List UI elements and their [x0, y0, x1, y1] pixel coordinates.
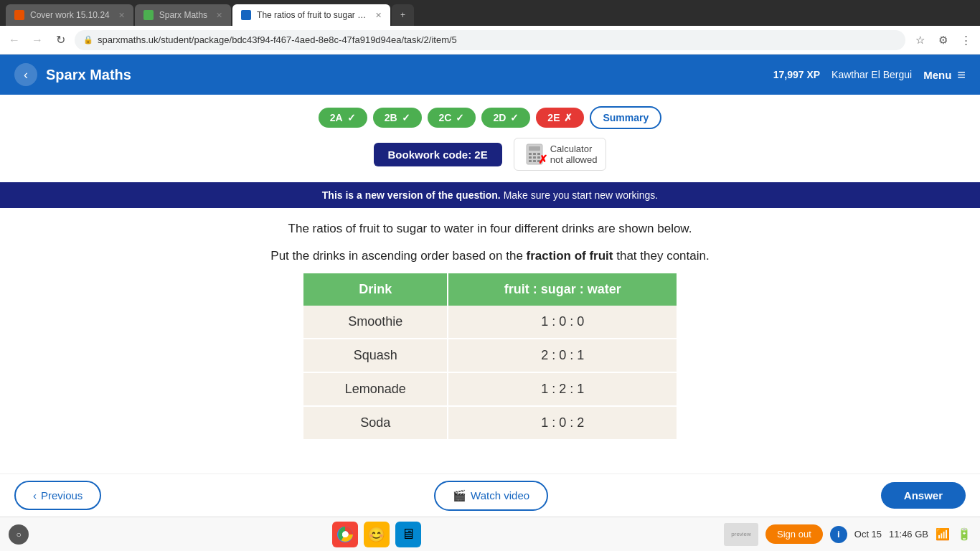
previous-label: Previous: [41, 489, 83, 501]
main-content: 2A ✓ 2B ✓ 2C ✓ 2D ✓ 2E ✗ Summary Bookwor…: [0, 95, 980, 491]
svg-rect-9: [533, 160, 536, 162]
taskbar-chrome-icon[interactable]: [332, 522, 358, 547]
more-options-icon[interactable]: ⋮: [957, 32, 974, 49]
table-row: Lemonade 1 : 2 : 1: [303, 372, 677, 406]
sign-out-button[interactable]: Sign out: [765, 524, 823, 544]
back-nav-button[interactable]: ←: [6, 32, 23, 49]
tab-2c-label: 2C: [439, 112, 452, 123]
banner-bold: This is a new version of the question.: [322, 189, 501, 201]
taskbar-time: 11:46 GB: [889, 529, 928, 540]
svg-rect-2: [529, 153, 532, 155]
taskbar-thumbnail: preview: [724, 523, 758, 546]
calculator-text: Calculator not allowed: [550, 143, 598, 165]
task-tabs: 2A ✓ 2B ✓ 2C ✓ 2D ✓ 2E ✗ Summary: [0, 95, 980, 138]
table-cell-drink-3: Soda: [303, 406, 448, 439]
question-area: The ratios of fruit to sugar to water in…: [0, 220, 980, 439]
forward-nav-button[interactable]: →: [29, 32, 46, 49]
bookmark-icon[interactable]: ☆: [911, 32, 928, 49]
tab-2d[interactable]: 2D ✓: [481, 108, 530, 128]
tab-2d-label: 2D: [493, 112, 506, 123]
browser-tab-bar: Cover work 15.10.24 ✕ Sparx Maths ✕ The …: [0, 0, 980, 26]
question-line1: The ratios of fruit to sugar to water in…: [14, 220, 966, 238]
tab-2b-check-icon: ✓: [402, 112, 410, 123]
svg-point-13: [342, 532, 348, 537]
tab-2b[interactable]: 2B ✓: [373, 108, 422, 128]
svg-rect-1: [529, 146, 540, 151]
browser-tab-3[interactable]: The ratios of fruit to sugar to w... ✕: [232, 4, 390, 26]
new-tab-button[interactable]: +: [392, 4, 414, 26]
bookwork-row: Bookwork code: 2E ✗: [0, 138, 980, 171]
previous-arrow-icon: ‹: [33, 489, 37, 501]
calculator-line1: Calculator: [550, 143, 598, 154]
info-button[interactable]: i: [830, 526, 847, 543]
table-cell-ratio-1: 2 : 0 : 1: [448, 339, 677, 372]
app-header: ‹ Sparx Maths 17,997 XP Kawthar El Bergu…: [0, 55, 980, 95]
address-text: sparxmaths.uk/student/package/bdc43f94-f…: [98, 34, 457, 45]
lock-icon: 🔒: [83, 35, 93, 44]
address-bar[interactable]: 🔒 sparxmaths.uk/student/package/bdc43f94…: [75, 30, 905, 50]
new-version-banner: This is a new version of the question. M…: [0, 182, 980, 208]
extension-icon[interactable]: ⚙: [934, 32, 951, 49]
table-cell-ratio-0: 1 : 0 : 0: [448, 306, 677, 339]
video-camera-icon: 🎬: [453, 489, 466, 502]
taskbar-app3-icon[interactable]: 🖥: [395, 522, 421, 547]
menu-button[interactable]: Menu ≡: [923, 67, 966, 83]
table-header-ratio: fruit : sugar : water: [448, 273, 677, 306]
tab1-icon: [14, 10, 24, 20]
reload-button[interactable]: ↻: [52, 32, 69, 49]
answer-button[interactable]: Answer: [881, 482, 966, 509]
tab1-close[interactable]: ✕: [118, 11, 125, 20]
taskbar-center: 😊 🖥: [34, 522, 718, 547]
question-line2-bold: fraction of fruit: [527, 249, 613, 263]
question-line2-post: that they contain.: [613, 249, 709, 263]
taskbar: ○ 😊 🖥 preview Sign out i Oct 15 11:46 GB…: [0, 517, 980, 551]
calculator-icon-wrapper: ✗: [523, 143, 546, 166]
calculator-x-icon: ✗: [538, 154, 547, 166]
taskbar-right: preview Sign out i Oct 15 11:46 GB 📶 🔋: [724, 523, 971, 546]
header-right: 17,997 XP Kawthar El Bergui Menu ≡: [773, 67, 966, 83]
tab-2c[interactable]: 2C ✓: [428, 108, 476, 128]
tab-2e-cross-icon: ✗: [564, 112, 573, 123]
table-header-drink: Drink: [303, 273, 448, 306]
tab3-label: The ratios of fruit to sugar to w...: [257, 10, 367, 20]
calculator-badge: ✗ Calculator not allowed: [514, 138, 607, 171]
tab-2e[interactable]: 2E ✗: [536, 108, 584, 128]
svg-rect-8: [529, 160, 532, 162]
tab-summary[interactable]: Summary: [590, 106, 661, 129]
taskbar-app2-icon[interactable]: 😊: [364, 522, 390, 547]
browser-tab-1[interactable]: Cover work 15.10.24 ✕: [6, 4, 133, 26]
tab2-close[interactable]: ✕: [216, 11, 222, 20]
tab-2b-label: 2B: [385, 112, 397, 123]
tab3-close[interactable]: ✕: [375, 11, 382, 20]
svg-rect-3: [533, 153, 536, 155]
header-back-button[interactable]: ‹: [14, 63, 37, 86]
tab-2a-label: 2A: [330, 112, 343, 123]
table-row: Soda 1 : 0 : 2: [303, 406, 677, 439]
table-cell-drink-2: Lemonade: [303, 372, 448, 406]
table-cell-ratio-2: 1 : 2 : 1: [448, 372, 677, 406]
taskbar-date: Oct 15: [854, 529, 882, 540]
tab-2a-check-icon: ✓: [347, 112, 356, 123]
tab-2a[interactable]: 2A ✓: [319, 108, 367, 128]
tab-2e-label: 2E: [547, 112, 560, 123]
question-line2-pre: Put the drinks in ascending order based …: [270, 249, 526, 263]
tab2-label: Sparx Maths: [159, 10, 207, 20]
app-logo: Sparx Maths: [46, 67, 773, 83]
tab-summary-label: Summary: [603, 112, 649, 123]
tab3-icon: [241, 10, 251, 20]
svg-rect-6: [533, 156, 536, 159]
user-name: Kawthar El Bergui: [831, 69, 912, 80]
banner-rest: Make sure you start new workings.: [501, 189, 658, 201]
browser-tab-2[interactable]: Sparx Maths ✕: [135, 4, 231, 26]
battery-icon: 🔋: [957, 527, 971, 541]
xp-badge: 17,997 XP: [773, 69, 820, 80]
bottom-bar: ‹ Previous 🎬 Watch video Answer: [0, 474, 980, 517]
hamburger-icon: ≡: [957, 67, 966, 83]
table-cell-drink-1: Squash: [303, 339, 448, 372]
svg-rect-5: [529, 156, 532, 159]
previous-button[interactable]: ‹ Previous: [14, 481, 101, 510]
address-bar-row: ← → ↻ 🔒 sparxmaths.uk/student/package/bd…: [0, 26, 980, 55]
question-line2: Put the drinks in ascending order based …: [14, 247, 966, 265]
table-cell-drink-0: Smoothie: [303, 306, 448, 339]
watch-video-button[interactable]: 🎬 Watch video: [434, 481, 548, 511]
